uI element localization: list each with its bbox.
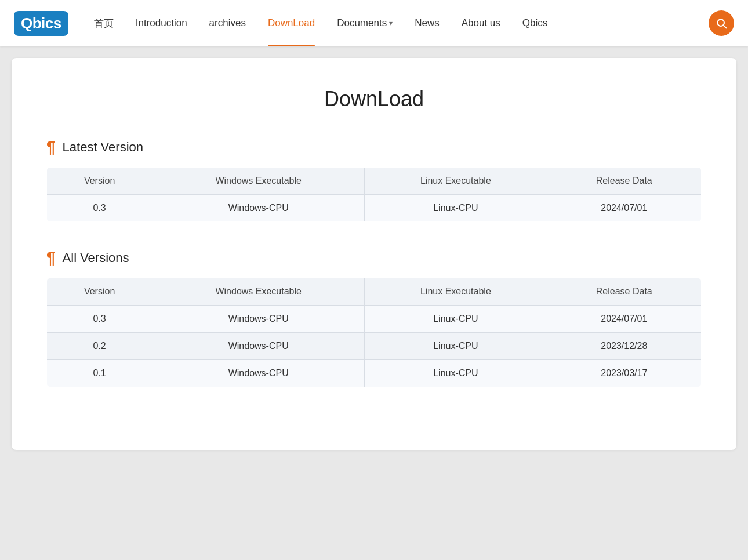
latest-row0-linux[interactable]: Linux-CPU [365,195,547,222]
all-row1-version: 0.2 [47,333,152,360]
all-row0-windows[interactable]: Windows-CPU [152,306,365,333]
all-col-version: Version [47,278,152,306]
nav-links: 首页 Introduction archives DownLoad Docume… [85,0,704,46]
all-col-windows: Windows Executable [152,278,365,306]
latest-row0-version: 0.3 [47,195,152,222]
svg-line-1 [724,26,727,28]
nav-home-label: 首页 [94,17,114,30]
latest-row0-windows[interactable]: Windows-CPU [152,195,365,222]
search-icon [716,17,727,29]
all-row0-date: 2024/07/01 [547,306,701,333]
search-button[interactable] [709,10,734,36]
latest-version-title: Latest Version [63,140,143,155]
page-wrapper: DownLoad ¶ Latest Version Version Window… [0,46,748,473]
all-col-linux: Linux Executable [365,278,547,306]
all-row1-windows[interactable]: Windows-CPU [152,333,365,360]
nav-item-documents[interactable]: Documents ▾ [328,0,402,46]
latest-version-table: Version Windows Executable Linux Executa… [46,167,702,222]
paragraph-icon: ¶ [46,139,56,155]
content-card: DownLoad ¶ Latest Version Version Window… [12,58,736,450]
logo[interactable]: Qbics [14,11,68,36]
latest-col-version: Version [47,168,152,195]
all-row0-linux[interactable]: Linux-CPU [365,306,547,333]
nav-aboutus-label: About us [462,17,500,29]
nav-item-archives[interactable]: archives [200,0,255,46]
paragraph-icon-2: ¶ [46,250,56,266]
all-versions-table: Version Windows Executable Linux Executa… [46,278,702,387]
page-title: DownLoad [46,87,702,111]
all-row1-linux[interactable]: Linux-CPU [365,333,547,360]
nav-item-aboutus[interactable]: About us [452,0,510,46]
nav-item-home[interactable]: 首页 [85,0,123,46]
nav-item-news[interactable]: News [405,0,449,46]
table-row: 0.1 Windows-CPU Linux-CPU 2023/03/17 [47,360,702,387]
logo-text: Qbics [21,14,61,32]
table-row: 0.3 Windows-CPU Linux-CPU 2024/07/01 [47,195,702,222]
nav-news-label: News [415,17,440,29]
nav-item-qbics[interactable]: Qbics [513,0,557,46]
all-row1-date: 2023/12/28 [547,333,701,360]
nav-item-download[interactable]: DownLoad [259,0,324,46]
all-row2-version: 0.1 [47,360,152,387]
nav-item-introduction[interactable]: Introduction [126,0,197,46]
latest-col-date: Release Data [547,168,701,195]
latest-col-linux: Linux Executable [365,168,547,195]
nav-download-label: DownLoad [268,17,315,29]
table-row: 0.3 Windows-CPU Linux-CPU 2024/07/01 [47,306,702,333]
nav-documents-label: Documents [337,17,387,29]
all-col-date: Release Data [547,278,701,306]
nav-archives-label: archives [209,17,246,29]
chevron-down-icon: ▾ [389,19,393,27]
all-row2-linux[interactable]: Linux-CPU [365,360,547,387]
all-row2-windows[interactable]: Windows-CPU [152,360,365,387]
table-row: 0.2 Windows-CPU Linux-CPU 2023/12/28 [47,333,702,360]
latest-col-windows: Windows Executable [152,168,365,195]
all-row2-date: 2023/03/17 [547,360,701,387]
all-versions-title: All Versions [63,250,129,266]
navbar: Qbics 首页 Introduction archives DownLoad … [0,0,748,46]
nav-qbics-label: Qbics [522,17,547,29]
all-row0-version: 0.3 [47,306,152,333]
latest-version-section-heading: ¶ Latest Version [46,139,702,155]
nav-introduction-label: Introduction [136,17,187,29]
all-versions-section-heading: ¶ All Versions [46,250,702,266]
latest-row0-date: 2024/07/01 [547,195,701,222]
